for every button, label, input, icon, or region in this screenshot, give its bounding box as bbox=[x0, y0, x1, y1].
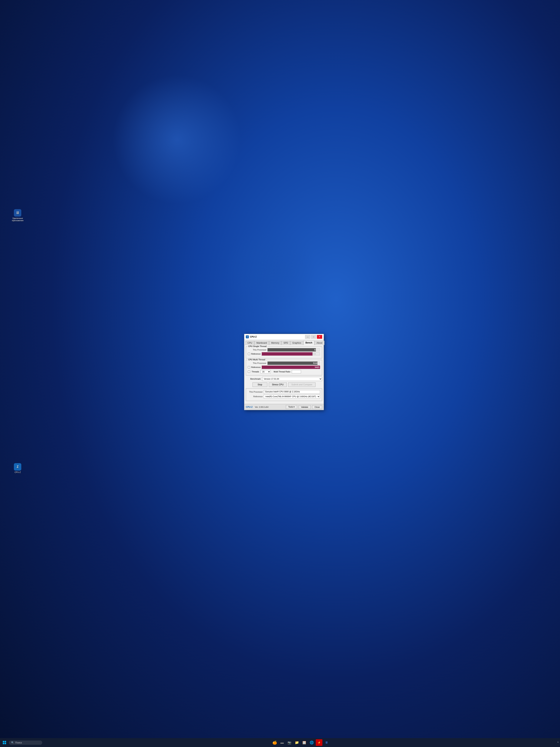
taskbar-icon-explorer[interactable]: 📁 bbox=[294, 739, 300, 746]
brand-label: CPU-Z bbox=[246, 406, 253, 408]
start-button[interactable] bbox=[1, 740, 7, 746]
window-title: CPU-Z bbox=[250, 336, 305, 338]
taskbar-icon-monitor[interactable]: 🖥 bbox=[323, 739, 330, 746]
single-thread-group: CPU Single Thread This Processor 573.0 R… bbox=[246, 346, 322, 358]
submit-compare-button[interactable]: Submit and Compare bbox=[288, 382, 315, 387]
single-thread-this-processor-bar: 573.0 bbox=[268, 348, 320, 352]
multi-thread-ref-checkbox[interactable] bbox=[248, 366, 250, 368]
stress-cpu-button[interactable]: Stress CPU bbox=[269, 382, 287, 387]
window-controls: — □ ✕ bbox=[305, 335, 322, 339]
tools-button[interactable]: Tools ▾ bbox=[286, 405, 297, 409]
desktop: 🖥 Удаленные приложения Z CPU-Z Z CPU-Z —… bbox=[0, 0, 560, 747]
multi-thread-group: CPU Multi Thread This Processor 5142.8 R… bbox=[246, 360, 322, 375]
cpuz-title-icon: Z bbox=[246, 335, 249, 338]
stop-button[interactable]: Stop bbox=[252, 382, 267, 387]
validate-button[interactable]: Validate bbox=[298, 405, 311, 409]
taskbar-icon-chrome[interactable]: 🌐 bbox=[308, 739, 315, 746]
desktop-icon-cpuz[interactable]: Z CPU-Z bbox=[11, 463, 24, 473]
bottom-bar: CPU-Z Ver. 2.08.0.x64 Tools ▾ Validate C… bbox=[244, 404, 324, 410]
taskbar-right-area: ^ bbox=[557, 741, 559, 744]
close-button[interactable]: ✕ bbox=[317, 335, 322, 339]
threads-row: Threads 16 8 4 2 1 Multi Thread Ratio bbox=[248, 370, 320, 373]
benchmark-version-select[interactable]: Version 17.01.64 bbox=[262, 377, 322, 381]
single-thread-this-processor-row: This Processor 573.0 bbox=[248, 348, 320, 352]
action-buttons: Stop Stress CPU Submit and Compare bbox=[246, 382, 322, 387]
benchmark-version-row: Benchmark Version 17.01.64 bbox=[246, 377, 322, 381]
taskbar-search[interactable]: 🔍 Поиск bbox=[9, 741, 42, 745]
threads-checkbox[interactable] bbox=[248, 370, 250, 373]
tab-bench[interactable]: Bench bbox=[303, 340, 315, 345]
footer-close-button[interactable]: Close bbox=[312, 405, 322, 409]
title-bar: Z CPU-Z — □ ✕ bbox=[244, 334, 324, 340]
taskbar-icon-fruit[interactable]: 🍊 bbox=[271, 739, 278, 746]
single-thread-ref-checkbox[interactable] bbox=[248, 353, 250, 355]
desktop-icon-remote[interactable]: 🖥 Удаленные приложения bbox=[11, 209, 24, 222]
multi-thread-ref-value: 5423 bbox=[315, 366, 319, 368]
this-processor-row: This Processor Genuine Intel® CPU 0000 @… bbox=[248, 390, 320, 394]
search-placeholder: Поиск bbox=[15, 741, 22, 744]
taskbar-chevron[interactable]: ^ bbox=[557, 741, 559, 744]
reference-row: Reference Intel(R) Core(TM) i9-9900KF CP… bbox=[248, 394, 320, 398]
threads-select[interactable]: 16 8 4 2 1 bbox=[261, 370, 271, 373]
multi-thread-label: CPU Multi Thread bbox=[247, 359, 266, 361]
multi-thread-this-processor-row: This Processor 5142.8 bbox=[248, 361, 320, 365]
cpuz-window: Z CPU-Z — □ ✕ CPU Mainboard Memory SPD G… bbox=[244, 334, 324, 410]
taskbar-icon-video[interactable]: 📷 bbox=[286, 739, 293, 746]
tab-mainboard[interactable]: Mainboard bbox=[255, 341, 269, 345]
version-label: Ver. 2.08.0.x64 bbox=[255, 406, 268, 408]
tab-spd[interactable]: SPD bbox=[282, 341, 290, 345]
taskbar-center-icons: 🍊 ▬ 📷 📁 🪟 🌐 ⚡ 🖥 bbox=[44, 739, 557, 746]
maximize-button[interactable]: □ bbox=[311, 335, 316, 339]
reference-select[interactable]: Intel(R) Core(TM) i9-9900KF CPU @ 3.60GH… bbox=[264, 394, 320, 398]
single-thread-ref-row: Reference 543 bbox=[248, 352, 320, 356]
single-thread-ref-value: 543 bbox=[316, 353, 319, 355]
tab-bar: CPU Mainboard Memory SPD Graphics Bench … bbox=[244, 340, 324, 345]
multi-thread-ratio-input[interactable] bbox=[292, 370, 301, 373]
tab-memory[interactable]: Memory bbox=[269, 341, 281, 345]
minimize-button[interactable]: — bbox=[305, 335, 310, 339]
single-thread-ref-bar: 543 bbox=[262, 352, 320, 356]
taskbar-icon-windows[interactable]: 🪟 bbox=[301, 739, 308, 746]
multi-thread-this-bar: 5142.8 bbox=[268, 361, 320, 365]
multi-thread-this-value: 5142.8 bbox=[313, 362, 319, 364]
single-thread-bar-fill bbox=[268, 348, 316, 352]
this-processor-value: Genuine Intel® CPU 0000 @ 2.10GHz bbox=[264, 390, 320, 394]
search-icon: 🔍 bbox=[11, 741, 14, 744]
tab-about[interactable]: About bbox=[315, 341, 324, 345]
taskbar: 🔍 Поиск 🍊 ▬ 📷 📁 🪟 🌐 ⚡ 🖥 ^ bbox=[0, 738, 560, 747]
tab-cpu[interactable]: CPU bbox=[245, 341, 254, 345]
single-thread-label: CPU Single Thread bbox=[247, 345, 267, 347]
single-thread-this-value: 573.0 bbox=[314, 349, 319, 351]
multi-thread-ref-row: Reference 5423 bbox=[248, 365, 320, 369]
taskbar-icon-thunder[interactable]: ⚡ bbox=[316, 739, 322, 746]
processor-section: This Processor Genuine Intel® CPU 0000 @… bbox=[246, 388, 322, 401]
tab-graphics[interactable]: Graphics bbox=[290, 341, 303, 345]
multi-thread-ref-bar: 5423 bbox=[262, 365, 320, 369]
taskbar-icon-files[interactable]: ▬ bbox=[279, 739, 285, 746]
